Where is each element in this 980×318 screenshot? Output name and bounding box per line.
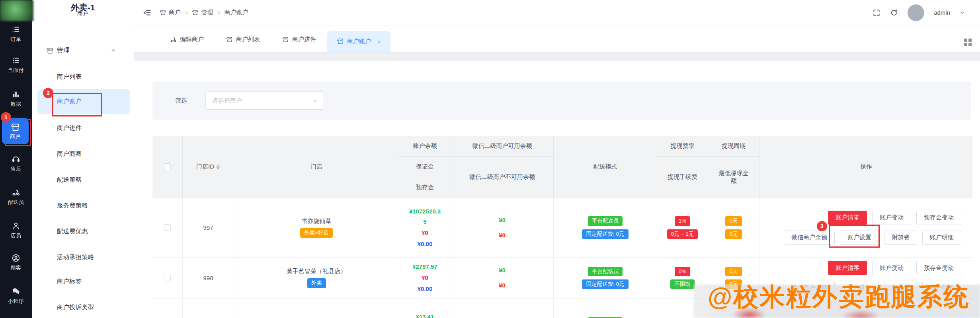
account-balance: ¥1072520.35 [408,206,442,227]
account-change-button[interactable]: 账户变动 [872,211,911,225]
header-balance: 账户余额 [399,136,451,157]
breadcrumb-label: 商户账户 [224,9,248,16]
main-area: 商户 > 管理 > 商户账户 admi [134,0,980,318]
tab-options-grid-icon[interactable] [964,39,972,47]
breadcrumb-separator: > [217,10,220,16]
sidebar-subtitle: 商户 [32,10,134,17]
sidebar-item-merchant-complaint-types[interactable]: 商户投诉类型 [32,301,134,313]
rail-item-staff[interactable]: 店员 [0,221,32,239]
person-icon [11,221,21,231]
sidebar-item-delivery-strategy[interactable]: 配送策略 [32,174,134,186]
tab-merchant-list[interactable]: 商户列表 [226,36,260,43]
sidebar-item-activity-cost-strategy[interactable]: 活动承担策略 [32,251,134,263]
withdraw-rate-tag: 1% [675,216,691,226]
wechat-balance-button[interactable]: 微信商户余额 [784,231,835,245]
merchant-account-page: 订单 当面付 数据 商户 售后 [0,0,980,318]
prepaid-change-button[interactable]: 预存金变动 [916,211,961,225]
breadcrumb-separator: > [185,10,188,16]
header-deposit: 保证金 [399,157,451,177]
breadcrumb-item-merchant[interactable]: 商户 [160,9,181,16]
sort-icon[interactable] [216,164,220,170]
shop-icon [46,47,54,54]
filter-label: 筛选 [175,97,187,105]
header-delivery-mode: 配送模式 [554,136,657,198]
header-withdraw-rate: 提现费率 [657,136,708,157]
clear-account-button[interactable]: 账户清零 [828,211,867,225]
merchant-select[interactable]: 请选择商户 [205,91,323,110]
min-withdraw-tag: 0元 [725,229,742,239]
shop-icon [160,9,166,16]
sidebar-item-merchant-onboarding[interactable]: 商户进件 [32,122,134,134]
prepaid-change-button[interactable]: 预存金变动 [916,261,961,275]
header-wechat-available: 微信二级商户可用余额 [451,136,553,157]
withdraw-fee-tag: 0元 ~ 1元 [667,229,698,239]
rail-item-data[interactable]: 数据 [0,89,32,108]
deposit-amount: ¥0 [422,273,428,283]
refresh-icon[interactable] [890,9,898,17]
page-background-gap [134,52,980,61]
rail-item-label: 售后 [11,165,21,173]
wechat-available-balance: ¥0 [499,215,506,225]
delivery-fee-tag: 固定配送费: 0元 [582,279,628,289]
breadcrumb: 商户 > 管理 > 商户账户 [160,9,248,16]
header-min-withdraw: 最低提现金额 [717,170,750,185]
tab-merchant-account[interactable]: 商户账户 × [327,31,390,52]
annotation-box-merchant-account [52,93,102,116]
surcharge-button[interactable]: 附加费 [884,231,917,245]
rail-item-orders[interactable]: 订单 [0,25,32,43]
annotation-box-merchant [5,119,31,146]
delivery-mode-tag: 平台配送员 [588,216,623,226]
header-store-id: 门店ID [196,163,214,171]
sidebar-item-delivery-fee-discount[interactable]: 配送费优惠 [32,225,134,237]
tab-edit-merchant[interactable]: 编辑商户 [170,36,204,43]
header-prepaid: 预存金 [399,177,451,198]
rail-item-face-to-face-pay[interactable]: 当面付 [0,56,32,74]
store-id: 999 [183,299,234,318]
navbar-actions: admin [873,4,965,21]
clear-account-button[interactable]: 账户清零 [828,261,867,275]
username[interactable]: admin [934,9,950,16]
select-all-checkbox[interactable] [164,163,171,170]
row-checkbox[interactable] [164,275,171,281]
fullscreen-icon[interactable] [873,9,880,17]
select-placeholder: 请选择商户 [212,97,242,105]
collapse-sidebar-icon[interactable] [143,8,152,17]
sidebar-subtitle-label: 商户 [77,10,88,17]
account-change-button[interactable]: 账户变动 [872,261,911,275]
sidebar-item-merchant-list[interactable]: 商户列表 [32,71,134,83]
rail-item-couriers[interactable]: 配送员 [0,188,32,206]
person-circle-icon [11,253,21,263]
tab-merchant-onboarding[interactable]: 商户进件 [282,36,316,43]
sidebar-group-management[interactable]: 管理 [32,45,134,56]
shop-icon [337,38,344,45]
breadcrumb-item-merchant-account[interactable]: 商户账户 [224,9,248,16]
rail-item-customers[interactable]: 顾客 [0,253,32,271]
breadcrumb-item-management[interactable]: 管理 [192,9,213,16]
app-logo [0,0,33,21]
account-detail-button[interactable]: 账户明细 [922,231,961,245]
sidebar-item-merchant-district[interactable]: 商户商圈 [32,148,134,160]
sidebar-group-label: 管理 [57,47,70,55]
rail-item-mini-program[interactable]: 小程序 [0,287,32,305]
close-tab-icon[interactable]: × [377,38,381,45]
row-checkbox[interactable] [164,224,171,231]
user-avatar[interactable] [908,4,924,21]
tab-label: 商户账户 [347,38,371,45]
store-id: 997 [183,198,234,257]
chevron-down-icon[interactable] [960,10,965,15]
store-name: 书亦烧仙草 [302,217,332,225]
tab-label: 商户列表 [236,36,260,43]
sidebar-item-merchant-tags[interactable]: 商户标签 [32,275,134,287]
withdraw-cycle-tag: 0天 [725,267,742,276]
order-list-icon [11,25,21,34]
tab-bar: 编辑商户 商户列表 商户进件 商户账户 × [134,25,980,52]
bar-chart-icon [11,89,21,99]
breadcrumb-label: 管理 [201,9,213,16]
wechat-unavailable-balance: ¥0 [499,230,506,240]
rail-item-label: 顾客 [11,264,21,271]
scooter-icon [170,36,177,43]
shop-icon [192,9,199,16]
rail-item-after-sales[interactable]: 售后 [0,154,32,173]
header-withdraw-fee: 提现手续费 [657,157,708,198]
sidebar-item-service-fee-strategy[interactable]: 服务费策略 [32,200,134,211]
